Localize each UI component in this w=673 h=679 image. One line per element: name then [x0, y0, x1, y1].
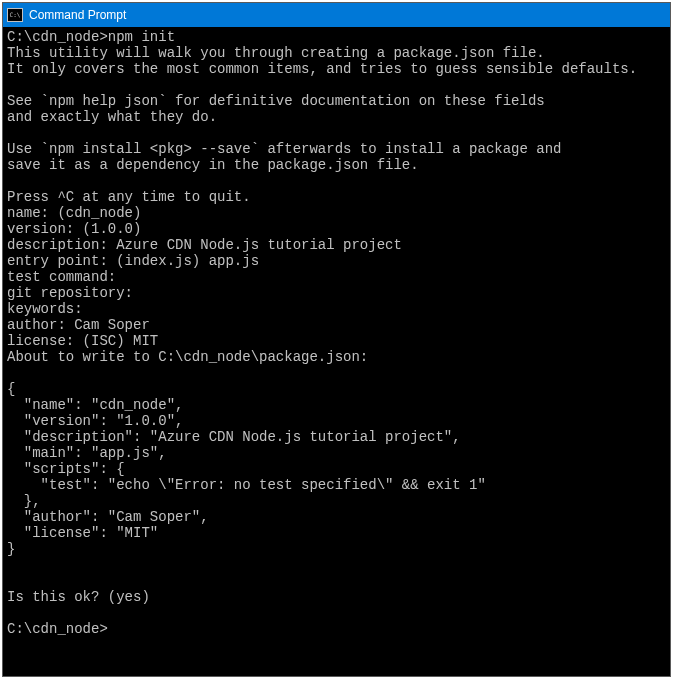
cmd-icon — [7, 8, 23, 22]
terminal-line: save it as a dependency in the package.j… — [7, 157, 419, 173]
terminal-line: } — [7, 541, 15, 557]
terminal-line: C:\cdn_node>npm init — [7, 29, 175, 45]
terminal-prompt: C:\cdn_node> — [7, 621, 108, 637]
terminal-line: version: (1.0.0) — [7, 221, 141, 237]
terminal-line: "name": "cdn_node", — [7, 397, 183, 413]
terminal-line: "version": "1.0.0", — [7, 413, 183, 429]
terminal-line: "author": "Cam Soper", — [7, 509, 209, 525]
titlebar[interactable]: Command Prompt — [3, 3, 670, 27]
terminal-line: "scripts": { — [7, 461, 125, 477]
terminal-line: name: (cdn_node) — [7, 205, 141, 221]
terminal-line: "main": "app.js", — [7, 445, 167, 461]
terminal-output[interactable]: C:\cdn_node>npm init This utility will w… — [3, 27, 670, 676]
terminal-line: author: Cam Soper — [7, 317, 150, 333]
terminal-line: It only covers the most common items, an… — [7, 61, 637, 77]
terminal-line: See `npm help json` for definitive docum… — [7, 93, 545, 109]
terminal-line: entry point: (index.js) app.js — [7, 253, 259, 269]
terminal-line: keywords: — [7, 301, 83, 317]
terminal-line: This utility will walk you through creat… — [7, 45, 545, 61]
terminal-line: About to write to C:\cdn_node\package.js… — [7, 349, 368, 365]
terminal-line: Use `npm install <pkg> --save` afterward… — [7, 141, 562, 157]
terminal-line: description: Azure CDN Node.js tutorial … — [7, 237, 402, 253]
terminal-line: }, — [7, 493, 41, 509]
terminal-line: { — [7, 381, 15, 397]
terminal-line: "description": "Azure CDN Node.js tutori… — [7, 429, 461, 445]
terminal-line: and exactly what they do. — [7, 109, 217, 125]
terminal-line: Press ^C at any time to quit. — [7, 189, 251, 205]
terminal-line: "test": "echo \"Error: no test specified… — [7, 477, 486, 493]
terminal-line: license: (ISC) MIT — [7, 333, 158, 349]
terminal-line: "license": "MIT" — [7, 525, 158, 541]
window-title: Command Prompt — [29, 8, 126, 22]
terminal-line: Is this ok? (yes) — [7, 589, 150, 605]
command-prompt-window: Command Prompt C:\cdn_node>npm init This… — [2, 2, 671, 677]
terminal-line: git repository: — [7, 285, 133, 301]
terminal-line: test command: — [7, 269, 116, 285]
